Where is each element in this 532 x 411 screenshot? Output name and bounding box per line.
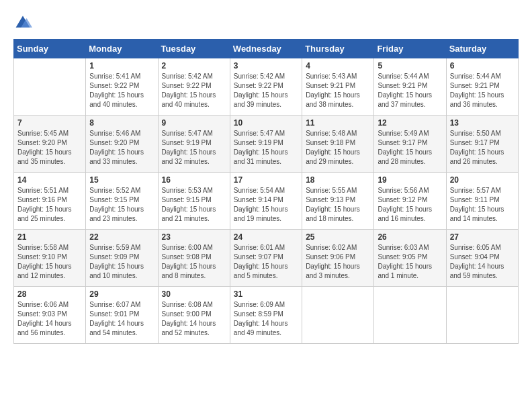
weekday-header-friday: Friday [374,40,446,58]
day-number: 17 [234,175,298,185]
calendar-cell: 11Sunrise: 5:48 AMSunset: 9:18 PMDayligh… [302,116,374,173]
cell-info: Sunrise: 5:47 AMSunset: 9:19 PMDaylight:… [234,129,298,167]
calendar-cell [374,287,446,344]
calendar-cell: 6Sunrise: 5:44 AMSunset: 9:21 PMDaylight… [446,58,518,116]
calendar-cell: 10Sunrise: 5:47 AMSunset: 9:19 PMDayligh… [230,116,302,173]
calendar-cell: 3Sunrise: 5:42 AMSunset: 9:22 PMDaylight… [230,58,302,116]
day-number: 14 [17,175,82,185]
cell-info: Sunrise: 6:07 AMSunset: 9:01 PMDaylight:… [89,300,154,338]
cell-info: Sunrise: 6:09 AMSunset: 8:59 PMDaylight:… [234,300,298,338]
header [13,13,519,32]
cell-info: Sunrise: 5:56 AMSunset: 9:12 PMDaylight:… [378,186,442,224]
cell-info: Sunrise: 6:03 AMSunset: 9:05 PMDaylight:… [378,243,442,281]
calendar-cell: 18Sunrise: 5:55 AMSunset: 9:13 PMDayligh… [302,173,374,230]
day-number: 1 [89,61,154,71]
calendar-cell [14,58,86,116]
calendar-body: 1Sunrise: 5:41 AMSunset: 9:22 PMDaylight… [14,58,519,344]
weekday-header-sunday: Sunday [14,40,86,58]
cell-info: Sunrise: 5:47 AMSunset: 9:19 PMDaylight:… [162,129,226,167]
day-number: 22 [89,232,154,242]
day-number: 27 [450,232,515,242]
calendar-cell: 17Sunrise: 5:54 AMSunset: 9:14 PMDayligh… [230,173,302,230]
calendar-cell: 2Sunrise: 5:42 AMSunset: 9:22 PMDaylight… [158,58,230,116]
day-number: 19 [378,175,442,185]
weekday-header-monday: Monday [86,40,158,58]
calendar-cell: 23Sunrise: 6:00 AMSunset: 9:08 PMDayligh… [158,230,230,287]
day-number: 12 [378,118,442,128]
week-row-1: 1Sunrise: 5:41 AMSunset: 9:22 PMDaylight… [14,58,519,116]
cell-info: Sunrise: 5:46 AMSunset: 9:20 PMDaylight:… [89,129,154,167]
calendar-cell: 19Sunrise: 5:56 AMSunset: 9:12 PMDayligh… [374,173,446,230]
cell-info: Sunrise: 5:59 AMSunset: 9:09 PMDaylight:… [89,243,154,281]
calendar-header: SundayMondayTuesdayWednesdayThursdayFrid… [14,40,519,58]
cell-info: Sunrise: 6:01 AMSunset: 9:07 PMDaylight:… [234,243,298,281]
weekday-row: SundayMondayTuesdayWednesdayThursdayFrid… [14,40,519,58]
weekday-header-saturday: Saturday [446,40,518,58]
calendar-cell: 29Sunrise: 6:07 AMSunset: 9:01 PMDayligh… [86,287,158,344]
day-number: 9 [162,118,226,128]
cell-info: Sunrise: 5:57 AMSunset: 9:11 PMDaylight:… [450,186,515,224]
cell-info: Sunrise: 5:49 AMSunset: 9:17 PMDaylight:… [378,129,442,167]
week-row-5: 28Sunrise: 6:06 AMSunset: 9:03 PMDayligh… [14,287,519,344]
day-number: 3 [234,61,298,71]
calendar-cell [302,287,374,344]
calendar-cell: 7Sunrise: 5:45 AMSunset: 9:20 PMDaylight… [14,116,86,173]
week-row-2: 7Sunrise: 5:45 AMSunset: 9:20 PMDaylight… [14,116,519,173]
calendar-table: SundayMondayTuesdayWednesdayThursdayFrid… [13,39,519,344]
calendar-cell [446,287,518,344]
cell-info: Sunrise: 6:02 AMSunset: 9:06 PMDaylight:… [306,243,370,281]
cell-info: Sunrise: 6:08 AMSunset: 9:00 PMDaylight:… [162,300,226,338]
calendar-cell: 14Sunrise: 5:51 AMSunset: 9:16 PMDayligh… [14,173,86,230]
weekday-header-wednesday: Wednesday [230,40,302,58]
day-number: 24 [234,232,298,242]
day-number: 26 [378,232,442,242]
logo [13,13,35,32]
day-number: 28 [17,289,82,299]
cell-info: Sunrise: 6:00 AMSunset: 9:08 PMDaylight:… [162,243,226,281]
calendar-cell: 27Sunrise: 6:05 AMSunset: 9:04 PMDayligh… [446,230,518,287]
day-number: 4 [306,61,370,71]
cell-info: Sunrise: 5:48 AMSunset: 9:18 PMDaylight:… [306,129,370,167]
day-number: 11 [306,118,370,128]
logo-icon [13,13,32,32]
cell-info: Sunrise: 5:51 AMSunset: 9:16 PMDaylight:… [17,186,82,224]
calendar-cell: 24Sunrise: 6:01 AMSunset: 9:07 PMDayligh… [230,230,302,287]
calendar-cell: 21Sunrise: 5:58 AMSunset: 9:10 PMDayligh… [14,230,86,287]
day-number: 8 [89,118,154,128]
day-number: 5 [378,61,442,71]
cell-info: Sunrise: 5:54 AMSunset: 9:14 PMDaylight:… [234,186,298,224]
day-number: 13 [450,118,515,128]
weekday-header-thursday: Thursday [302,40,374,58]
calendar-cell: 4Sunrise: 5:43 AMSunset: 9:21 PMDaylight… [302,58,374,116]
day-number: 23 [162,232,226,242]
calendar-cell: 31Sunrise: 6:09 AMSunset: 8:59 PMDayligh… [230,287,302,344]
calendar-cell: 12Sunrise: 5:49 AMSunset: 9:17 PMDayligh… [374,116,446,173]
calendar-cell: 1Sunrise: 5:41 AMSunset: 9:22 PMDaylight… [86,58,158,116]
calendar-cell: 28Sunrise: 6:06 AMSunset: 9:03 PMDayligh… [14,287,86,344]
cell-info: Sunrise: 5:44 AMSunset: 9:21 PMDaylight:… [378,72,442,109]
day-number: 2 [162,61,226,71]
cell-info: Sunrise: 5:50 AMSunset: 9:17 PMDaylight:… [450,129,515,167]
cell-info: Sunrise: 5:43 AMSunset: 9:21 PMDaylight:… [306,72,370,109]
day-number: 10 [234,118,298,128]
weekday-header-tuesday: Tuesday [158,40,230,58]
cell-info: Sunrise: 5:58 AMSunset: 9:10 PMDaylight:… [17,243,82,281]
cell-info: Sunrise: 6:06 AMSunset: 9:03 PMDaylight:… [17,300,82,338]
calendar-cell: 9Sunrise: 5:47 AMSunset: 9:19 PMDaylight… [158,116,230,173]
day-number: 7 [17,118,82,128]
cell-info: Sunrise: 5:42 AMSunset: 9:22 PMDaylight:… [162,72,226,109]
cell-info: Sunrise: 5:45 AMSunset: 9:20 PMDaylight:… [17,129,82,167]
calendar-cell: 15Sunrise: 5:52 AMSunset: 9:15 PMDayligh… [86,173,158,230]
day-number: 16 [162,175,226,185]
cell-info: Sunrise: 6:05 AMSunset: 9:04 PMDaylight:… [450,243,515,281]
day-number: 6 [450,61,515,71]
day-number: 29 [89,289,154,299]
calendar-cell: 13Sunrise: 5:50 AMSunset: 9:17 PMDayligh… [446,116,518,173]
day-number: 30 [162,289,226,299]
day-number: 20 [450,175,515,185]
calendar-cell: 26Sunrise: 6:03 AMSunset: 9:05 PMDayligh… [374,230,446,287]
calendar-cell: 5Sunrise: 5:44 AMSunset: 9:21 PMDaylight… [374,58,446,116]
day-number: 15 [89,175,154,185]
cell-info: Sunrise: 5:53 AMSunset: 9:15 PMDaylight:… [162,186,226,224]
cell-info: Sunrise: 5:44 AMSunset: 9:21 PMDaylight:… [450,72,515,109]
